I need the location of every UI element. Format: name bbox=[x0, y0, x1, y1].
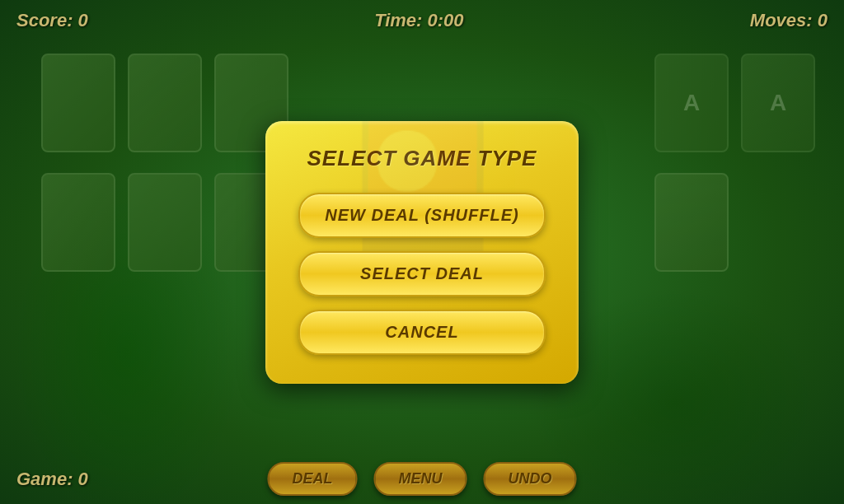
cancel-button[interactable]: CANCEL bbox=[298, 310, 546, 355]
game-type-modal: SELECT GAME TYPE NEW DEAL (SHUFFLE) SELE… bbox=[265, 121, 579, 384]
modal-title: SELECT GAME TYPE bbox=[307, 146, 537, 171]
select-deal-button[interactable]: SELECT DEAL bbox=[298, 251, 546, 296]
modal-overlay: SELECT GAME TYPE NEW DEAL (SHUFFLE) SELE… bbox=[0, 0, 844, 504]
new-deal-button[interactable]: NEW DEAL (SHUFFLE) bbox=[298, 193, 546, 238]
